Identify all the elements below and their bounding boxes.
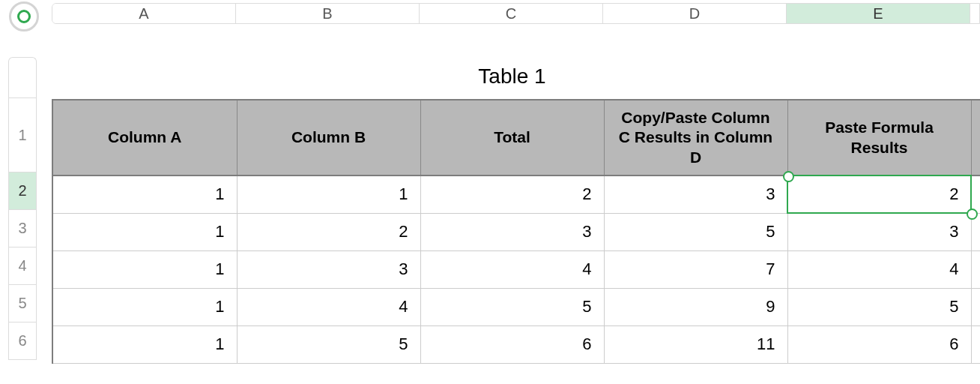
column-header-label: A	[139, 5, 148, 22]
row-header-5[interactable]: 5	[8, 285, 37, 322]
cell-c6[interactable]: 6	[420, 326, 604, 363]
cell-overflow[interactable]	[971, 176, 980, 213]
row-header-spacer	[8, 57, 37, 98]
row-header-label: 3	[18, 220, 26, 237]
header-cell-label: Copy/Paste Column C Results in Column D	[619, 109, 772, 166]
cell-b4[interactable]: 3	[237, 250, 420, 288]
table-row: 156116	[53, 326, 980, 363]
header-cell-label: Paste Formula Results	[825, 118, 934, 155]
column-header-B[interactable]: B	[236, 4, 420, 23]
column-header-A[interactable]: A	[52, 4, 236, 23]
row-header-label: 6	[18, 332, 26, 350]
cell-c4[interactable]: 4	[420, 250, 604, 288]
row-header-label: 5	[18, 295, 26, 312]
row-header-1[interactable]: 1	[8, 98, 37, 172]
column-header-label: B	[322, 5, 332, 22]
cell-e4[interactable]: 4	[787, 250, 971, 288]
row-header-label: 1	[18, 127, 26, 144]
header-cell-b[interactable]: Column B	[237, 100, 420, 176]
header-cell-label: Total	[494, 128, 530, 146]
cell-overflow[interactable]	[971, 288, 980, 326]
cell-overflow[interactable]	[971, 213, 980, 250]
cell-d3[interactable]: 5	[604, 213, 787, 250]
cell-e3[interactable]: 3	[787, 213, 971, 250]
cell-c3[interactable]: 3	[420, 213, 604, 250]
header-cell-label: Column B	[291, 128, 366, 146]
cell-d6[interactable]: 11	[604, 326, 787, 363]
cell-a5[interactable]: 1	[53, 288, 237, 326]
table-title: Table 1	[52, 64, 980, 88]
header-cell-a[interactable]: Column A	[53, 100, 237, 176]
column-header-overflow[interactable]	[970, 4, 979, 23]
select-all-circle-icon	[17, 10, 31, 23]
row-header-2[interactable]: 2	[8, 172, 37, 210]
cell-b5[interactable]: 4	[237, 288, 420, 326]
row-header-3[interactable]: 3	[8, 210, 37, 248]
cell-b3[interactable]: 2	[237, 213, 420, 250]
column-header-bar: A B C D E	[52, 3, 980, 24]
cell-b6[interactable]: 5	[237, 326, 420, 363]
table-row: 11232	[53, 176, 980, 213]
column-header-E[interactable]: E	[787, 4, 970, 23]
cell-e2[interactable]: 2	[787, 176, 971, 213]
header-cell-e[interactable]: Paste Formula Results	[787, 100, 971, 176]
header-row: Column A Column B Total Copy/Paste Colum…	[53, 100, 980, 176]
column-header-D[interactable]: D	[603, 4, 787, 23]
header-cell-overflow[interactable]	[971, 100, 980, 176]
column-header-label: E	[873, 5, 883, 22]
select-all-corner[interactable]	[9, 2, 39, 32]
cell-b2[interactable]: 1	[237, 176, 420, 213]
spreadsheet-table: Column A Column B Total Copy/Paste Colum…	[52, 99, 980, 364]
table-row: 14595	[53, 288, 980, 326]
row-header-label: 2	[18, 182, 26, 200]
header-cell-label: Column A	[108, 128, 181, 146]
column-header-label: C	[506, 5, 516, 22]
cell-overflow[interactable]	[971, 250, 980, 288]
cell-a6[interactable]: 1	[53, 326, 237, 363]
table-row: 13474	[53, 250, 980, 288]
cell-a2[interactable]: 1	[53, 176, 237, 213]
row-header-bar: 1 2 3 4 5 6	[8, 57, 37, 384]
cell-a3[interactable]: 1	[53, 213, 237, 250]
row-header-label: 4	[18, 257, 26, 274]
row-header-6[interactable]: 6	[8, 322, 37, 360]
header-cell-c[interactable]: Total	[420, 100, 604, 176]
cell-a4[interactable]: 1	[53, 250, 237, 288]
cell-overflow[interactable]	[971, 326, 980, 363]
cell-e5[interactable]: 5	[787, 288, 971, 326]
cell-c2[interactable]: 2	[420, 176, 604, 213]
cell-d2[interactable]: 3	[604, 176, 787, 213]
table-row: 12353	[53, 213, 980, 250]
cell-e6[interactable]: 6	[787, 326, 971, 363]
cell-d5[interactable]: 9	[604, 288, 787, 326]
cell-c5[interactable]: 5	[420, 288, 604, 326]
header-cell-d[interactable]: Copy/Paste Column C Results in Column D	[604, 100, 787, 176]
cell-d4[interactable]: 7	[604, 250, 787, 288]
column-header-C[interactable]: C	[420, 4, 603, 23]
row-header-4[interactable]: 4	[8, 248, 37, 285]
column-header-label: D	[689, 5, 700, 22]
